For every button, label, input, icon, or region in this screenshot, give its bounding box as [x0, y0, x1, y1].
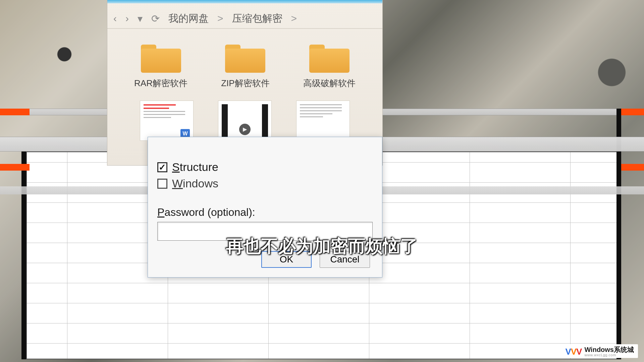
folder-label: RAR解密软件	[134, 77, 187, 89]
breadcrumb-sep-icon: >	[217, 13, 223, 24]
breadcrumb-current[interactable]: 压缩包解密	[232, 12, 282, 25]
windows-checkbox-row[interactable]: Windows	[157, 177, 373, 190]
folder-icon	[309, 42, 350, 73]
folder-item[interactable]: ZIP解密软件	[221, 42, 269, 89]
watermark: VVV Windows系统城 www.wxcLgg.com	[561, 344, 638, 358]
window-titlebar-edge	[107, 0, 382, 3]
breadcrumb-root[interactable]: 我的网盘	[168, 12, 209, 25]
decor-border	[21, 152, 26, 359]
folder-label: 高级破解软件	[303, 77, 356, 89]
folder-item[interactable]: RAR解密软件	[134, 42, 187, 89]
video-subtitle: 再也不必为加密而烦恼了	[226, 235, 418, 258]
folder-icon	[141, 42, 181, 73]
decor-orange	[0, 109, 30, 115]
password-label: Password (optional):	[157, 206, 373, 219]
watermark-title: Windows系统城	[584, 346, 634, 353]
folder-icon	[225, 42, 265, 73]
decor-orange	[0, 164, 30, 171]
folder-label: ZIP解密软件	[221, 77, 269, 89]
structure-label: Structure	[172, 161, 218, 174]
decor-orange	[621, 109, 644, 115]
watermark-url: www.wxcLgg.com	[584, 353, 634, 357]
watermark-logo-icon: VVV	[565, 347, 582, 357]
folder-item[interactable]: 高级破解软件	[303, 42, 356, 89]
nav-dropdown-icon[interactable]: ▾	[138, 13, 143, 24]
checkbox-icon[interactable]	[157, 179, 167, 189]
decor-orange	[621, 164, 644, 171]
nav-back-icon[interactable]: ‹	[113, 13, 117, 24]
structure-checkbox-row[interactable]: Structure	[157, 161, 373, 174]
play-icon: ▶	[239, 124, 251, 135]
nav-refresh-icon[interactable]: ⟳	[151, 13, 160, 24]
file-thumbnail-video[interactable]: ▶	[218, 101, 272, 141]
file-thumbnail-doc[interactable]	[296, 101, 350, 141]
nav-forward-icon[interactable]: ›	[125, 13, 129, 24]
windows-label: Windows	[172, 177, 218, 190]
folder-grid: RAR解密软件 ZIP解密软件 高级破解软件	[107, 39, 382, 89]
breadcrumb-sep-icon: >	[291, 13, 297, 24]
breadcrumb-bar: ‹ › ▾ ⟳ 我的网盘 > 压缩包解密 >	[107, 9, 382, 29]
checkbox-icon[interactable]	[157, 162, 167, 172]
